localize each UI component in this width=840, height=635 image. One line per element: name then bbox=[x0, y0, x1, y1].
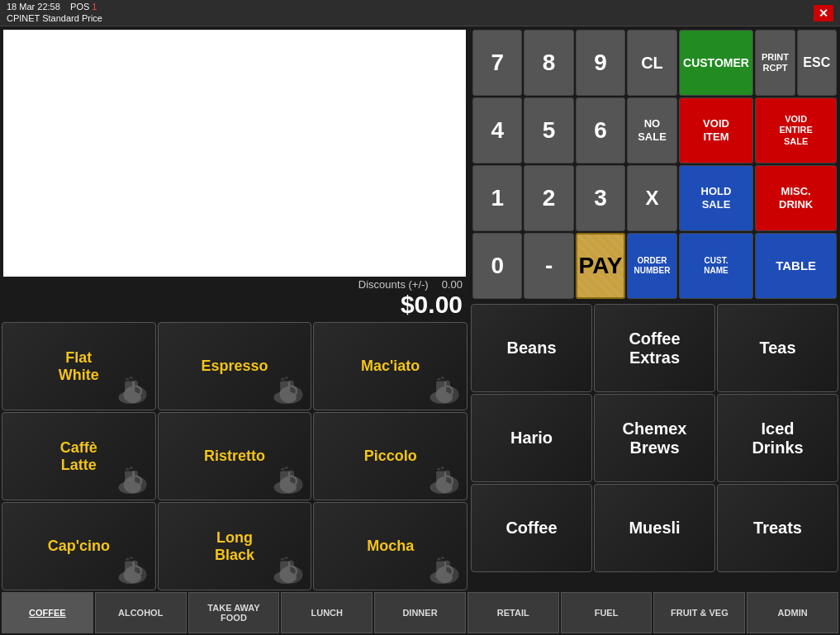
svg-rect-5 bbox=[436, 381, 446, 399]
svg-rect-9 bbox=[280, 472, 290, 489]
category-4[interactable]: Chemex Brews bbox=[594, 394, 715, 482]
pay-button[interactable]: PAY bbox=[576, 233, 625, 299]
svg-rect-11 bbox=[436, 472, 446, 489]
category-7[interactable]: Muesli bbox=[594, 484, 715, 572]
right-section: 789CLCUSTOMERPRINTRCPTESC456NOSALEVOIDIT… bbox=[469, 26, 840, 590]
category-6[interactable]: Coffee bbox=[471, 484, 592, 572]
nav-fuel[interactable]: FUEL bbox=[561, 592, 653, 633]
coffee-product-7[interactable]: Long Black bbox=[158, 502, 312, 590]
datetime: 18 Mar 22:58 bbox=[7, 2, 60, 12]
coffee-product-4[interactable]: Ristretto bbox=[158, 412, 312, 500]
bottom-navigation: COFFEEALCOHOLTAKE AWAY FOODLUNCHDINNERRE… bbox=[0, 590, 840, 635]
key-8[interactable]: 8 bbox=[524, 30, 573, 96]
coffee-products-grid: Flat White Espresso Mac'iato Caffè Latte… bbox=[0, 320, 469, 590]
key-0[interactable]: 0 bbox=[472, 233, 522, 299]
numpad-grid: 789CLCUSTOMERPRINTRCPTESC456NOSALEVOIDIT… bbox=[469, 26, 840, 302]
coffee-product-1[interactable]: Espresso bbox=[158, 322, 312, 410]
pos-label: POS 1 bbox=[70, 2, 97, 12]
nav-dinner[interactable]: DINNER bbox=[374, 592, 466, 633]
right-categories-grid: BeansCoffee ExtrasTeasHarioChemex BrewsI… bbox=[469, 302, 840, 572]
category-8[interactable]: Treats bbox=[717, 484, 838, 572]
category-1[interactable]: Coffee Extras bbox=[594, 304, 715, 392]
coffee-product-3[interactable]: Caffè Latte bbox=[2, 412, 156, 500]
receipt-display bbox=[3, 30, 466, 277]
total-display: $0.00 bbox=[401, 291, 463, 319]
title-info: 18 Mar 22:58 POS 1 CPINET Standard Price bbox=[7, 2, 102, 23]
key-minus[interactable]: - bbox=[524, 233, 573, 299]
nav-coffee[interactable]: COFFEE bbox=[2, 592, 93, 633]
nav-lunch[interactable]: LUNCH bbox=[281, 592, 373, 633]
price-level: CPINET Standard Price bbox=[7, 13, 102, 24]
print-rcpt-button[interactable]: PRINTRCPT bbox=[755, 30, 795, 96]
key-7[interactable]: 7 bbox=[472, 30, 522, 96]
category-5[interactable]: Iced Drinks bbox=[717, 394, 838, 482]
key-x[interactable]: X bbox=[627, 165, 676, 231]
hold-sale-button[interactable]: HOLDSALE bbox=[679, 165, 754, 231]
order-number-button[interactable]: ORDERNUMBER bbox=[627, 233, 676, 299]
void-item-button[interactable]: VOIDITEM bbox=[679, 97, 754, 163]
content-area: Discounts (+/-) 0.00 $0.00 Flat White Es… bbox=[0, 26, 840, 590]
totals-section: Discounts (+/-) 0.00 $0.00 bbox=[0, 278, 469, 320]
pos-number: 1 bbox=[92, 2, 97, 12]
cust-name-button[interactable]: CUST.NAME bbox=[679, 233, 754, 299]
esc-button[interactable]: ESC bbox=[797, 30, 837, 96]
category-0[interactable]: Beans bbox=[471, 304, 592, 392]
category-2[interactable]: Teas bbox=[717, 304, 838, 392]
coffee-product-2[interactable]: Mac'iato bbox=[313, 322, 467, 410]
svg-rect-17 bbox=[436, 562, 446, 579]
coffee-product-6[interactable]: Cap'cino bbox=[2, 502, 156, 590]
nav-admin[interactable]: ADMIN bbox=[747, 592, 838, 633]
key-6[interactable]: 6 bbox=[576, 97, 625, 163]
nav-alcohol[interactable]: ALCOHOL bbox=[95, 592, 187, 633]
svg-rect-3 bbox=[280, 381, 290, 399]
close-button[interactable]: ✕ bbox=[814, 5, 833, 21]
key-3[interactable]: 3 bbox=[576, 165, 625, 231]
coffee-product-0[interactable]: Flat White bbox=[2, 322, 156, 410]
app: 18 Mar 22:58 POS 1 CPINET Standard Price… bbox=[0, 0, 840, 635]
datetime-pos: 18 Mar 22:58 POS 1 bbox=[7, 2, 102, 12]
svg-rect-1 bbox=[125, 381, 135, 399]
discount-row: Discounts (+/-) 0.00 bbox=[358, 278, 463, 291]
misc-drink-button[interactable]: MISC.DRINK bbox=[755, 165, 837, 231]
title-bar: 18 Mar 22:58 POS 1 CPINET Standard Price… bbox=[0, 0, 840, 26]
left-section: Discounts (+/-) 0.00 $0.00 Flat White Es… bbox=[0, 26, 469, 590]
key-1[interactable]: 1 bbox=[472, 165, 522, 231]
no-sale-button[interactable]: NOSALE bbox=[627, 97, 676, 163]
key-2[interactable]: 2 bbox=[524, 165, 573, 231]
key-4[interactable]: 4 bbox=[472, 97, 522, 163]
void-entire-sale-button[interactable]: VOIDENTIRESALE bbox=[755, 97, 837, 163]
nav-fruit-&-veg[interactable]: FRUIT & VEG bbox=[653, 592, 745, 633]
svg-rect-7 bbox=[125, 472, 135, 489]
key-9[interactable]: 9 bbox=[576, 30, 625, 96]
nav-retail[interactable]: RETAIL bbox=[467, 592, 559, 633]
nav-take-away-food[interactable]: TAKE AWAY FOOD bbox=[188, 592, 280, 633]
category-3[interactable]: Hario bbox=[471, 394, 592, 482]
svg-rect-13 bbox=[125, 562, 135, 579]
coffee-product-8[interactable]: Mocha bbox=[313, 502, 467, 590]
coffee-product-5[interactable]: Piccolo bbox=[313, 412, 467, 500]
svg-rect-15 bbox=[280, 562, 290, 579]
customer-button[interactable]: CUSTOMER bbox=[679, 30, 754, 96]
receipt-and-totals: Discounts (+/-) 0.00 $0.00 bbox=[0, 26, 469, 320]
table-button[interactable]: TABLE bbox=[755, 233, 837, 299]
discounts-label: Discounts (+/-) bbox=[358, 278, 429, 291]
key-cl[interactable]: CL bbox=[627, 30, 676, 96]
discounts-value: 0.00 bbox=[442, 278, 463, 291]
key-5[interactable]: 5 bbox=[524, 97, 573, 163]
